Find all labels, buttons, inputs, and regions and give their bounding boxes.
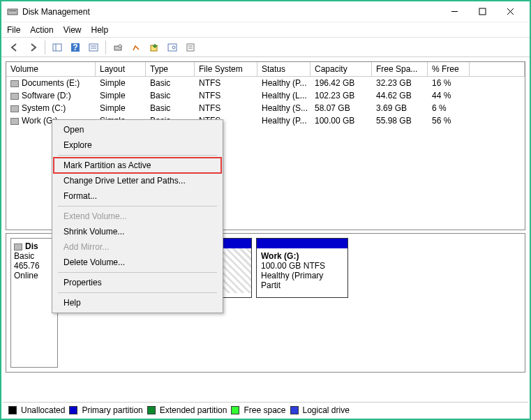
svg-rect-18 bbox=[187, 44, 194, 51]
disk-icon bbox=[14, 243, 22, 250]
attach-vhd-button[interactable] bbox=[147, 40, 162, 55]
disk-state: Online bbox=[14, 271, 54, 280]
action-list-button[interactable] bbox=[86, 40, 101, 55]
menubar: File Action View Help bbox=[1, 22, 530, 38]
volume-icon bbox=[10, 80, 19, 87]
ctx-change-drive-letter[interactable]: Change Drive Letter and Paths... bbox=[54, 173, 221, 188]
separator bbox=[105, 40, 106, 54]
disk-size: 465.76 bbox=[14, 261, 54, 271]
minimize-button[interactable] bbox=[440, 2, 468, 22]
col-layout[interactable]: Layout bbox=[96, 62, 146, 76]
partition-status: Healthy (Primary Partit bbox=[261, 271, 343, 290]
show-hide-console-button[interactable] bbox=[50, 40, 65, 55]
col-percentfree[interactable]: % Free bbox=[428, 62, 470, 76]
legend: Unallocated Primary partition Extended p… bbox=[3, 402, 528, 417]
app-window: Disk Management File Action View Help ? … bbox=[0, 0, 531, 420]
svg-rect-10 bbox=[89, 44, 98, 51]
forward-button[interactable] bbox=[25, 40, 40, 55]
svg-rect-1 bbox=[9, 10, 16, 11]
ctx-open[interactable]: Open bbox=[54, 122, 221, 137]
volume-row[interactable]: System (C:)SimpleBasicNTFSHealthy (S...5… bbox=[6, 102, 525, 114]
menu-view[interactable]: View bbox=[63, 25, 82, 35]
ctx-delete-volume[interactable]: Delete Volume... bbox=[54, 255, 221, 270]
svg-rect-3 bbox=[479, 8, 486, 15]
swatch-unallocated bbox=[8, 406, 17, 414]
properties-button[interactable] bbox=[183, 40, 198, 55]
window-title: Disk Management bbox=[22, 7, 440, 17]
separator bbox=[45, 40, 45, 54]
legend-logical: Logical drive bbox=[303, 405, 350, 415]
close-button[interactable] bbox=[496, 2, 524, 22]
titlebar: Disk Management bbox=[1, 1, 530, 22]
menu-help[interactable]: Help bbox=[91, 25, 109, 35]
app-icon bbox=[7, 6, 18, 17]
col-filesystem[interactable]: File System bbox=[195, 62, 257, 76]
volume-row[interactable]: Documents (E:)SimpleBasicNTFSHealthy (P.… bbox=[6, 77, 525, 89]
column-headers: Volume Layout Type File System Status Ca… bbox=[6, 62, 525, 77]
disk-label: Dis bbox=[25, 241, 38, 251]
volume-icon bbox=[10, 105, 19, 112]
toolbar: ? bbox=[1, 38, 530, 57]
partition-size: 100.00 GB NTFS bbox=[261, 261, 343, 271]
col-capacity[interactable]: Capacity bbox=[311, 62, 372, 76]
swatch-logical bbox=[290, 406, 299, 414]
menu-file[interactable]: File bbox=[7, 25, 20, 35]
legend-unallocated: Unallocated bbox=[21, 405, 65, 415]
svg-text:?: ? bbox=[73, 43, 77, 52]
svg-rect-6 bbox=[53, 44, 61, 51]
disk-info-panel[interactable]: Dis Basic 465.76 Online bbox=[10, 238, 58, 368]
separator bbox=[58, 206, 217, 207]
disk-type: Basic bbox=[14, 251, 54, 261]
volume-row[interactable]: Software (D:)SimpleBasicNTFSHealthy (L..… bbox=[6, 89, 525, 102]
volume-icon bbox=[10, 118, 19, 125]
swatch-primary bbox=[69, 406, 77, 414]
swatch-free bbox=[231, 406, 239, 414]
context-menu: Open Explore Mark Partition as Active Ch… bbox=[52, 119, 223, 313]
col-type[interactable]: Type bbox=[146, 62, 195, 76]
partition-name: Work (G:) bbox=[261, 251, 343, 261]
col-status[interactable]: Status bbox=[257, 62, 311, 76]
ctx-mark-partition-active[interactable]: Mark Partition as Active bbox=[54, 158, 221, 173]
menu-action[interactable]: Action bbox=[30, 25, 53, 35]
col-extra[interactable] bbox=[470, 62, 525, 76]
svg-rect-0 bbox=[8, 9, 17, 15]
back-button[interactable] bbox=[7, 40, 22, 55]
swatch-extended bbox=[147, 406, 156, 414]
refresh-button[interactable] bbox=[110, 40, 126, 55]
rescan-button[interactable] bbox=[128, 40, 144, 55]
legend-free: Free space bbox=[244, 405, 285, 415]
partition-work-g[interactable]: Work (G:) 100.00 GB NTFS Healthy (Primar… bbox=[256, 238, 348, 298]
separator bbox=[58, 155, 217, 156]
separator bbox=[58, 292, 217, 293]
help-button[interactable]: ? bbox=[68, 40, 83, 55]
ctx-shrink-volume[interactable]: Shrink Volume... bbox=[54, 224, 221, 239]
svg-point-14 bbox=[119, 45, 121, 47]
settings-button[interactable] bbox=[165, 40, 180, 55]
legend-extended: Extended partition bbox=[160, 405, 227, 415]
legend-primary: Primary partition bbox=[82, 405, 142, 415]
ctx-extend-volume: Extend Volume... bbox=[54, 209, 221, 224]
svg-point-17 bbox=[172, 46, 175, 49]
maximize-button[interactable] bbox=[468, 2, 496, 22]
col-volume[interactable]: Volume bbox=[6, 62, 96, 76]
ctx-help[interactable]: Help bbox=[54, 295, 221, 310]
ctx-properties[interactable]: Properties bbox=[54, 275, 221, 290]
col-freespace[interactable]: Free Spa... bbox=[372, 62, 428, 76]
partition-header bbox=[257, 239, 347, 248]
ctx-format[interactable]: Format... bbox=[54, 188, 221, 204]
ctx-add-mirror: Add Mirror... bbox=[54, 239, 221, 255]
separator bbox=[58, 272, 217, 273]
volume-icon bbox=[10, 93, 19, 100]
ctx-explore[interactable]: Explore bbox=[54, 137, 221, 153]
